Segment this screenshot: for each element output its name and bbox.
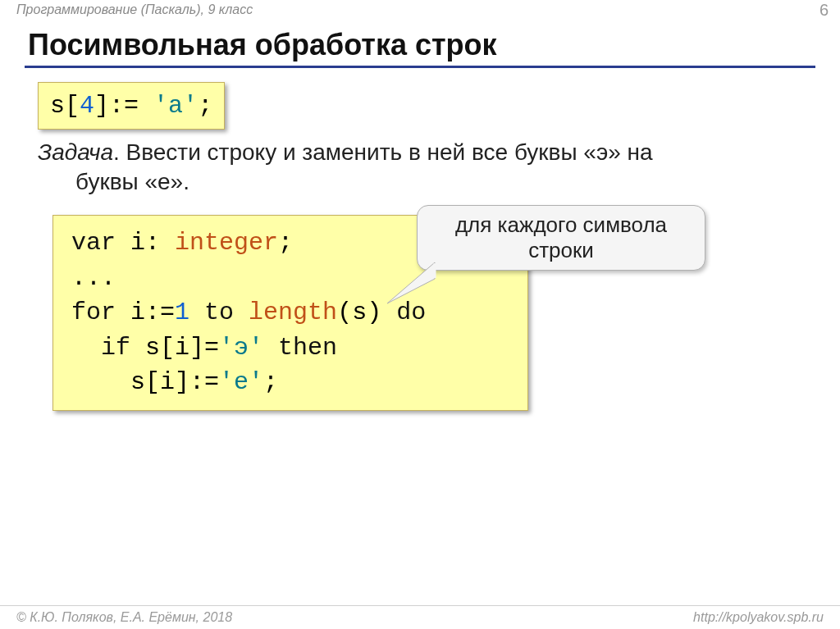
course-label: Программирование (Паскаль), 9 класс: [16, 2, 253, 17]
task-text: .: [113, 139, 126, 165]
code-text: :=: [109, 92, 153, 120]
code-number: 1: [175, 299, 189, 326]
kw-to: to: [204, 299, 234, 326]
code-text: i:: [130, 229, 175, 257]
callout-tail: [382, 261, 440, 310]
code-text: ]: [94, 92, 109, 120]
kw-if: if: [101, 334, 130, 362]
code-text: s[i]:=: [130, 368, 219, 396]
header-bar: Программирование (Паскаль), 9 класс 6: [0, 0, 840, 20]
code-quote: ': [153, 92, 168, 120]
task-text-line2: буквы «е».: [75, 167, 792, 197]
code-text: ;: [198, 92, 212, 120]
code-text: ;: [278, 229, 293, 257]
kw-var: var: [71, 229, 116, 257]
footer-bar: © К.Ю. Поляков, Е.А. Ерёмин, 2018 http:/…: [0, 605, 840, 629]
code-text: s[i]=: [145, 334, 219, 362]
code-char: а: [168, 92, 183, 120]
title-underline: [25, 66, 815, 68]
code-string: 'э': [219, 334, 263, 362]
footer-copyright: © К.Ю. Поляков, Е.А. Ерёмин, 2018: [16, 610, 232, 625]
kw-for: for: [71, 299, 116, 326]
slide-title: Посимвольная обработка строк: [28, 28, 497, 62]
kw-length: length: [249, 299, 337, 326]
code-ellipsis: ...: [71, 264, 116, 292]
callout-line2: строки: [429, 238, 693, 263]
svg-marker-0: [387, 262, 435, 303]
task-text: Ввести строку и заменить в ней все буквы…: [126, 139, 653, 165]
kw-type: integer: [175, 229, 278, 257]
task-label: Задача: [38, 139, 113, 165]
code-string: 'е': [219, 368, 263, 396]
code-quote: ': [183, 92, 198, 120]
footer-url: http://kpolyakov.spb.ru: [693, 610, 824, 625]
page-number: 6: [819, 1, 829, 20]
code-text: ;: [263, 368, 278, 396]
code-text: [: [65, 92, 80, 120]
slide-root: Программирование (Паскаль), 9 класс 6 По…: [0, 0, 840, 629]
task-paragraph: Задача. Ввести строку и заменить в ней в…: [38, 138, 792, 198]
code-text: s: [50, 92, 65, 120]
callout-line1: для каждого символа: [429, 212, 693, 238]
code-text: i:=: [130, 299, 175, 326]
code-snippet-small: s[4]:= 'а';: [38, 82, 225, 130]
kw-then: then: [278, 334, 337, 362]
callout-bubble: для каждого символа строки: [417, 205, 705, 271]
code-index: 4: [80, 92, 94, 120]
